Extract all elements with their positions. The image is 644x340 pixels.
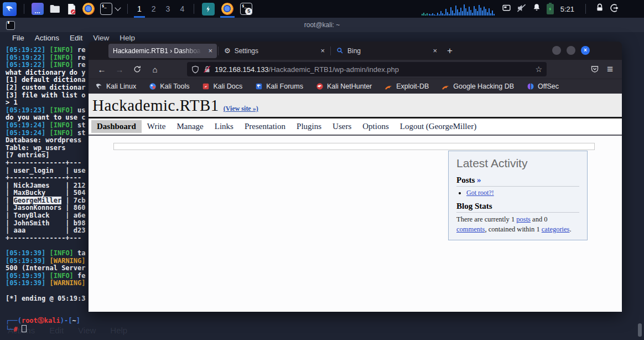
stats-text-part: and 0 — [531, 215, 548, 223]
blog-stats-heading: Blog Stats — [456, 202, 579, 213]
exploit-db-icon — [385, 83, 393, 90]
bookmark-kali-docs[interactable]: Kali Docs — [202, 83, 242, 90]
stats-text-part: , contained within 1 — [485, 225, 541, 233]
wp-nav-item[interactable]: Links — [209, 120, 239, 133]
maximize-button[interactable] — [567, 46, 575, 55]
terminal-menu-item[interactable]: View — [93, 34, 109, 42]
posts-heading: Posts » — [456, 176, 579, 187]
reload-button[interactable] — [129, 62, 145, 76]
shield-icon[interactable] — [191, 65, 199, 74]
insecure-lock-icon[interactable] — [203, 65, 211, 73]
terminal-icon — [100, 3, 112, 15]
minimize-button[interactable] — [552, 46, 561, 55]
pocket-icon[interactable] — [590, 65, 599, 74]
url-bar[interactable]: 192.168.154.133/Hackademic_RTB1/wp-admin… — [187, 62, 547, 76]
tab-settings[interactable]: ⚙ Settings × — [220, 44, 329, 58]
close-icon[interactable]: × — [430, 47, 437, 54]
bookmark-label: Exploit-DB — [396, 83, 429, 90]
gear-icon: ⚙ — [224, 47, 231, 55]
bookmark-kali-tools[interactable]: Kali Tools — [149, 83, 189, 90]
panel-separator — [127, 4, 128, 14]
stats-text-part[interactable]: posts — [516, 215, 531, 223]
posts-more-link[interactable]: » — [477, 176, 481, 184]
logout-button[interactable] — [609, 3, 619, 15]
wp-nav-item[interactable]: Options — [357, 120, 394, 133]
workspace-button[interactable]: 3 — [161, 0, 175, 18]
bookmark-kali-linux[interactable]: Kali Linux — [95, 83, 136, 90]
tab-label: Hackademic.RTB1 › Dashboa — [113, 47, 202, 55]
toolbar-right: ≡ — [590, 63, 616, 75]
wp-admin-nav: DashboardWriteManageLinksPresentationPlu… — [89, 119, 622, 136]
panel-status-area: 5:21 — [422, 2, 644, 16]
home-button[interactable]: ⌂ — [147, 62, 163, 76]
close-window-button[interactable]: × — [581, 46, 590, 55]
bookmark-label: Kali NetHunter — [327, 83, 372, 90]
terminal-menu-item[interactable]: File — [12, 34, 24, 42]
terminal-menu-item[interactable]: Actions — [35, 34, 59, 42]
tab-dashboard[interactable]: Hackademic.RTB1 › Dashboa × — [108, 44, 217, 58]
wp-nav-item[interactable]: Write — [142, 120, 172, 133]
kali-logo-icon — [3, 2, 17, 16]
tab-bing[interactable]: Bing × — [332, 44, 442, 58]
panel-clock[interactable]: 5:21 — [559, 5, 576, 13]
bookmark-label: Google Hacking DB — [453, 83, 514, 90]
wp-nav-item[interactable]: Dashboard — [91, 120, 142, 133]
top-panel: 1234 5 — [0, 0, 644, 18]
wp-nav-item[interactable]: Users — [327, 120, 357, 133]
workspace-button[interactable]: 4 — [175, 0, 189, 18]
terminal-menu-item[interactable]: Help — [120, 34, 135, 42]
stats-text-part[interactable]: comments — [456, 225, 485, 233]
firefox-launcher[interactable] — [80, 0, 97, 18]
taskbar-monitor-app[interactable] — [199, 0, 218, 18]
bookmark-kali-nethunter[interactable]: Kali NetHunter — [316, 83, 372, 90]
post-link[interactable]: Got root?! — [466, 189, 494, 197]
terminal-menu-item[interactable]: Edit — [70, 34, 82, 42]
bookmark-offsec[interactable]: OffSec — [527, 83, 559, 90]
menu-hamburger-icon[interactable]: ≡ — [607, 63, 613, 75]
file-manager-launcher[interactable] — [29, 0, 46, 18]
wp-nav-item[interactable]: Plugins — [291, 120, 327, 133]
reload-icon — [133, 65, 141, 73]
terminal-line: └─# — [6, 325, 644, 333]
terminal-titlebar-icon — [6, 21, 15, 30]
terminal-count-badge: 5 — [245, 8, 252, 15]
volume-indicator[interactable] — [516, 3, 527, 16]
kali-tools-icon — [149, 83, 157, 90]
taskbar-terminal-app[interactable]: 5 — [237, 0, 256, 18]
notifications-indicator[interactable] — [532, 3, 542, 15]
terminal-titlebar[interactable]: root@kali: ~ — [0, 18, 644, 32]
bookmark-star-icon[interactable]: ☆ — [535, 65, 542, 74]
wp-nav-item[interactable]: Logout (GeorgeMiller) — [394, 120, 482, 133]
kali-menu-button[interactable] — [0, 0, 19, 18]
tab-label: Settings — [235, 47, 315, 55]
view-site-link[interactable]: (View site ») — [224, 105, 258, 113]
recent-posts-list: Got root?! — [466, 189, 579, 197]
stats-text-part[interactable]: categories — [542, 225, 570, 233]
blog-stats-text: There are currently 1 posts and 0 commen… — [456, 215, 579, 234]
forward-button[interactable]: → — [112, 62, 127, 76]
back-button[interactable]: ← — [94, 62, 110, 76]
bookmark-kali-forums[interactable]: Kali Forums — [255, 83, 303, 90]
folder-icon — [49, 3, 61, 15]
display-indicator[interactable] — [502, 3, 511, 15]
bookmark-exploit-db[interactable]: Exploit-DB — [385, 83, 429, 90]
taskbar-firefox-app[interactable] — [218, 0, 237, 18]
battery-indicator[interactable] — [547, 4, 554, 14]
wp-dashboard-body: Latest Activity Posts » Got root?! Blog … — [89, 136, 622, 312]
lock-icon — [595, 3, 604, 12]
workspace-button[interactable]: 2 — [147, 0, 161, 18]
new-tab-button[interactable]: + — [442, 45, 458, 56]
workspace-button[interactable]: 1 — [132, 0, 147, 18]
window-controls: × — [552, 46, 590, 55]
wp-nav-item[interactable]: Presentation — [239, 120, 291, 133]
close-icon[interactable]: × — [206, 47, 212, 54]
terminal-launcher[interactable] — [97, 0, 123, 18]
text-editor-launcher[interactable] — [64, 0, 80, 18]
url-text[interactable]: 192.168.154.133/Hackademic_RTB1/wp-admin… — [215, 65, 531, 74]
wp-nav-item[interactable]: Manage — [171, 120, 209, 133]
folder-launcher[interactable] — [46, 0, 64, 18]
close-icon[interactable]: × — [318, 47, 325, 54]
firefox-icon — [221, 3, 233, 15]
lock-screen-button[interactable] — [595, 3, 604, 14]
bookmark-google-hacking-db[interactable]: Google Hacking DB — [442, 83, 514, 90]
